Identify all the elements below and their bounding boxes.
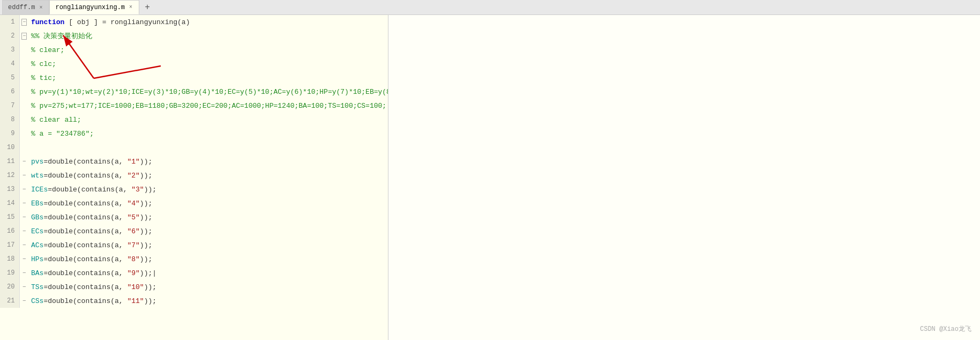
line-number: 7 xyxy=(0,99,19,113)
fold-indicator[interactable]: − xyxy=(19,224,29,238)
watermark: CSDN @Xiao龙飞 xyxy=(920,324,971,334)
fold-indicator[interactable]: − xyxy=(19,154,29,168)
table-row: 18−HPs=double(contains(a, "8")); xyxy=(0,252,388,266)
table-row: 19−BAs=double(contains(a, "9"));| xyxy=(0,266,388,280)
code-line[interactable]: % pv=275;wt=177;ICE=1000;EB=1180;GB=3200… xyxy=(29,99,388,113)
tab-rongliang-close[interactable]: × xyxy=(128,4,133,10)
fold-indicator[interactable]: − xyxy=(19,196,29,210)
tab-eddff-close[interactable]: × xyxy=(38,5,43,11)
fold-indicator[interactable]: − xyxy=(19,252,29,266)
line-number: 21 xyxy=(0,294,19,308)
code-line[interactable]: EBs=double(contains(a, "4")); xyxy=(29,196,388,210)
tab-eddff[interactable]: eddff.m × xyxy=(2,0,49,14)
fold-indicator xyxy=(19,85,29,99)
table-row: 14−EBs=double(contains(a, "4")); xyxy=(0,196,388,210)
table-row: 7% pv=275;wt=177;ICE=1000;EB=1180;GB=320… xyxy=(0,99,388,113)
table-row: 17−ACs=double(contains(a, "7")); xyxy=(0,238,388,252)
table-row: 11−pvs=double(contains(a, "1")); xyxy=(0,154,388,168)
table-row: 2−%% 决策变量初始化 xyxy=(0,29,388,43)
line-number: 15 xyxy=(0,210,19,224)
line-number: 5 xyxy=(0,71,19,85)
editor: 1−function [ obj ] = rongliangyunxing(a)… xyxy=(0,15,980,340)
table-row: 10 xyxy=(0,141,388,154)
fold-indicator[interactable]: − xyxy=(19,210,29,224)
line-number: 17 xyxy=(0,238,19,252)
line-number: 10 xyxy=(0,141,19,154)
table-row: 5% tic; xyxy=(0,71,388,85)
code-line[interactable]: % tic; xyxy=(29,71,388,85)
fold-indicator[interactable]: − xyxy=(19,29,29,43)
line-number: 1 xyxy=(0,15,19,29)
table-row: 3% clear; xyxy=(0,43,388,57)
fold-indicator xyxy=(19,141,29,154)
code-line[interactable]: TSs=double(contains(a, "10")); xyxy=(29,280,388,294)
code-line[interactable]: % clear; xyxy=(29,43,388,57)
code-line[interactable]: ACs=double(contains(a, "7")); xyxy=(29,238,388,252)
line-number: 11 xyxy=(0,154,19,168)
fold-indicator[interactable]: − xyxy=(19,238,29,252)
fold-indicator[interactable]: − xyxy=(19,15,29,29)
table-row: 12−wts=double(contains(a, "2")); xyxy=(0,168,388,182)
line-number: 20 xyxy=(0,280,19,294)
fold-indicator xyxy=(19,71,29,85)
tab-rongliang[interactable]: rongliangyunxing.m × xyxy=(49,0,139,14)
table-row: 16−ECs=double(contains(a, "6")); xyxy=(0,224,388,238)
code-line[interactable]: pvs=double(contains(a, "1")); xyxy=(29,154,388,168)
code-line[interactable]: wts=double(contains(a, "2")); xyxy=(29,168,388,182)
fold-indicator[interactable]: − xyxy=(19,182,29,196)
line-number: 14 xyxy=(0,196,19,210)
line-number: 18 xyxy=(0,252,19,266)
fold-indicator xyxy=(19,127,29,141)
table-row: 20−TSs=double(contains(a, "10")); xyxy=(0,280,388,294)
line-number: 19 xyxy=(0,266,19,280)
fold-indicator xyxy=(19,43,29,57)
table-row: 9% a = "234786"; xyxy=(0,127,388,141)
fold-indicator xyxy=(19,113,29,127)
line-number: 9 xyxy=(0,127,19,141)
code-line[interactable]: BAs=double(contains(a, "9"));| xyxy=(29,266,388,280)
table-row: 4% clc; xyxy=(0,57,388,71)
line-number: 3 xyxy=(0,43,19,57)
line-number: 6 xyxy=(0,85,19,99)
fold-indicator[interactable]: − xyxy=(19,266,29,280)
tab-bar: eddff.m × rongliangyunxing.m × + xyxy=(0,0,980,15)
tab-rongliang-label: rongliangyunxing.m xyxy=(55,4,125,11)
table-row: 1−function [ obj ] = rongliangyunxing(a) xyxy=(0,15,388,29)
right-panel: CSDN @Xiao龙飞 xyxy=(388,15,980,340)
code-line[interactable]: function [ obj ] = rongliangyunxing(a) xyxy=(29,15,388,29)
code-line[interactable]: HPs=double(contains(a, "8")); xyxy=(29,252,388,266)
code-line[interactable]: ECs=double(contains(a, "6")); xyxy=(29,224,388,238)
code-line[interactable]: % a = "234786"; xyxy=(29,127,388,141)
fold-indicator[interactable]: − xyxy=(19,294,29,308)
code-line[interactable]: % clc; xyxy=(29,57,388,71)
code-line[interactable]: CSs=double(contains(a, "11")); xyxy=(29,294,388,308)
table-row: 13−ICEs=double(contains(a, "3")); xyxy=(0,182,388,196)
line-number: 4 xyxy=(0,57,19,71)
table-row: 21−CSs=double(contains(a, "11")); xyxy=(0,294,388,308)
table-row: 15−GBs=double(contains(a, "5")); xyxy=(0,210,388,224)
tab-add-button[interactable]: + xyxy=(141,2,153,13)
code-line[interactable] xyxy=(29,141,388,154)
code-line[interactable]: % clear all; xyxy=(29,113,388,127)
code-line[interactable]: ICEs=double(contains(a, "3")); xyxy=(29,182,388,196)
fold-indicator xyxy=(19,99,29,113)
code-line[interactable]: % pv=y(1)*10;wt=y(2)*10;ICE=y(3)*10;GB=y… xyxy=(29,85,388,99)
code-line[interactable]: GBs=double(contains(a, "5")); xyxy=(29,210,388,224)
table-row: 6% pv=y(1)*10;wt=y(2)*10;ICE=y(3)*10;GB=… xyxy=(0,85,388,99)
code-table: 1−function [ obj ] = rongliangyunxing(a)… xyxy=(0,15,388,308)
fold-indicator xyxy=(19,57,29,71)
code-line[interactable]: %% 决策变量初始化 xyxy=(29,29,388,43)
tab-eddff-label: eddff.m xyxy=(8,4,35,11)
line-number: 8 xyxy=(0,113,19,127)
line-number: 2 xyxy=(0,29,19,43)
line-number: 12 xyxy=(0,168,19,182)
line-number: 13 xyxy=(0,182,19,196)
table-row: 8% clear all; xyxy=(0,113,388,127)
fold-indicator[interactable]: − xyxy=(19,280,29,294)
fold-indicator[interactable]: − xyxy=(19,168,29,182)
line-number: 16 xyxy=(0,224,19,238)
code-panel: 1−function [ obj ] = rongliangyunxing(a)… xyxy=(0,15,388,340)
